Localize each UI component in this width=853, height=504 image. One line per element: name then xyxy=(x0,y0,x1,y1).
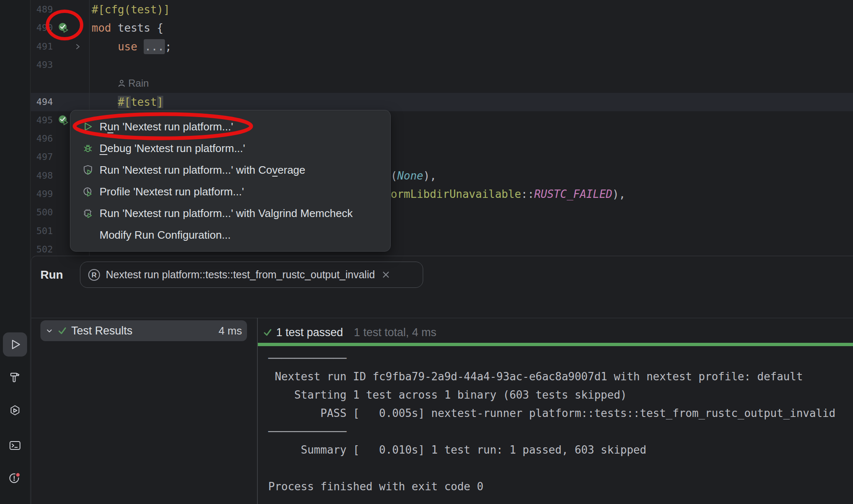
stripe-run-button[interactable] xyxy=(3,332,27,357)
problems-badge xyxy=(16,473,20,477)
svg-text:R: R xyxy=(92,271,97,279)
line-number: 500 xyxy=(31,203,53,222)
editor-line-493: 493 xyxy=(31,56,853,74)
menu-item-label: Run 'Nextest run platform...' with Valgr… xyxy=(100,207,353,220)
test-results-time: 4 ms xyxy=(219,324,242,337)
line-number: 495 xyxy=(31,111,53,130)
console-line: Process finished with exit code 0 xyxy=(268,477,836,496)
line-number: 502 xyxy=(31,240,53,256)
run-test-gutter-icon[interactable] xyxy=(58,115,69,126)
code-text: (None), xyxy=(391,167,436,185)
problems-icon xyxy=(7,470,23,486)
code-text: #[cfg(test)] xyxy=(92,0,170,19)
editor-line-490: 490mod tests { xyxy=(31,19,853,37)
user-icon xyxy=(118,79,125,87)
services-icon xyxy=(8,404,22,418)
line-number: 499 xyxy=(31,185,53,203)
console-line: Starting 1 test across 1 binary (603 tes… xyxy=(268,386,836,404)
editor-line-489: 489#[cfg(test)] xyxy=(31,0,853,19)
toolbar-border xyxy=(31,318,853,318)
fold-region-arrow[interactable] xyxy=(75,43,81,50)
line-number: 491 xyxy=(31,37,53,56)
stripe-build-button[interactable] xyxy=(3,365,27,389)
run-test-gutter-icon[interactable] xyxy=(58,22,69,33)
line-number: 496 xyxy=(31,130,53,148)
code-text: ormLibdirUnavailable::RUSTC_FAILED), xyxy=(391,185,626,203)
line-number: 498 xyxy=(31,167,53,185)
line-number: 501 xyxy=(31,222,53,240)
test-summary-header: 1 test passed 1 test total, 4 ms xyxy=(263,322,436,343)
menu-item-profile[interactable]: Profile 'Nextest run platform...' xyxy=(70,181,390,202)
menu-item-run[interactable]: Run 'Nextest run platform...' xyxy=(70,116,390,137)
menu-item-label: Run 'Nextest run platform...' with Cover… xyxy=(100,164,305,177)
coverage-shield-icon xyxy=(82,165,93,175)
run-tool-window: Run R Nextest run platform::tests::test_… xyxy=(31,256,853,504)
author-annotation-row: Rain xyxy=(31,74,853,92)
test-results-row[interactable]: Test Results 4 ms xyxy=(40,320,247,341)
menu-item-label: Run 'Nextest run platform...' xyxy=(100,120,233,133)
code-text: mod tests { xyxy=(92,19,163,37)
test-passed-gutter-icon xyxy=(58,115,69,126)
line-number: 489 xyxy=(31,0,53,19)
test-results-label: Test Results xyxy=(71,324,219,337)
console-separator-line: ──────────── xyxy=(268,422,836,441)
menu-item-modify-run-configuration[interactable]: Modify Run Configuration... xyxy=(70,224,390,246)
code-text: #[test] xyxy=(92,93,163,111)
run-configuration-tab[interactable]: R Nextest run platform::tests::test_from… xyxy=(80,262,423,288)
stripe-terminal-button[interactable] xyxy=(3,434,27,458)
debug-bug-icon xyxy=(82,143,93,154)
stripe-problems-button[interactable] xyxy=(3,466,27,490)
tool-window-stripe xyxy=(0,0,31,504)
hammer-icon xyxy=(8,370,22,384)
menu-item-label: Profile 'Nextest run platform...' xyxy=(100,185,244,198)
editor-line-494: 494 #[test] xyxy=(31,93,853,111)
terminal-icon xyxy=(8,439,22,453)
line-number: 497 xyxy=(31,148,53,166)
inline-author-annotation[interactable]: Rain xyxy=(118,74,149,92)
console-separator-line: ──────────── xyxy=(268,349,836,367)
author-name: Rain xyxy=(128,77,149,89)
editor-line-491: 491 use ...; xyxy=(31,37,853,56)
tests-total-label: 1 test total, 4 ms xyxy=(354,326,436,339)
valgrind-chip-icon xyxy=(82,208,93,219)
test-passed-check-icon xyxy=(57,326,67,335)
line-number: 490 xyxy=(31,19,53,37)
run-panel-title: Run xyxy=(40,262,63,288)
cargo-icon: R xyxy=(87,268,101,282)
menu-item-run-with-coverage[interactable]: Run 'Nextest run platform...' with Cover… xyxy=(70,159,390,181)
tests-passed-label: 1 test passed xyxy=(276,326,343,339)
console-output[interactable]: ──────────── Nextest run ID fc9fba79-2a9… xyxy=(268,349,836,496)
line-number: 494 xyxy=(31,93,53,111)
run-tab-label: Nextest run platform::tests::test_from_r… xyxy=(106,269,375,281)
line-number: 493 xyxy=(31,56,53,74)
test-passed-gutter-icon xyxy=(58,22,69,33)
ide-window: 489#[cfg(test)]490mod tests {491 use ...… xyxy=(0,0,853,504)
fold-arrow-icon[interactable] xyxy=(75,43,81,50)
menu-item-label: Debug 'Nextest run platform...' xyxy=(100,142,245,155)
menu-item-label: Modify Run Configuration... xyxy=(100,229,231,242)
console-line: Summary [ 0.010s] 1 test run: 1 passed, … xyxy=(268,441,836,459)
console-line: Nextest run ID fc9fba79-2a9d-44a4-93ac-e… xyxy=(268,367,836,386)
stripe-services-button[interactable] xyxy=(3,399,27,423)
run-context-menu: Run 'Nextest run platform...'Debug 'Next… xyxy=(70,110,391,252)
console-line xyxy=(268,459,836,477)
passed-check-icon xyxy=(263,328,272,337)
run-icon xyxy=(82,121,93,132)
close-tab-icon[interactable] xyxy=(382,271,389,278)
run-icon xyxy=(8,337,22,352)
chevron-down-icon[interactable] xyxy=(45,327,53,335)
console-line: PASS [ 0.005s] nextest-runner platform::… xyxy=(268,404,836,422)
menu-item-debug[interactable]: Debug 'Nextest run platform...' xyxy=(70,137,390,159)
menu-item-run-with-valgrind[interactable]: Run 'Nextest run platform...' with Valgr… xyxy=(70,202,390,224)
test-progress-bar xyxy=(258,343,853,346)
profiler-icon xyxy=(82,186,93,197)
code-text: use ...; xyxy=(92,37,172,56)
